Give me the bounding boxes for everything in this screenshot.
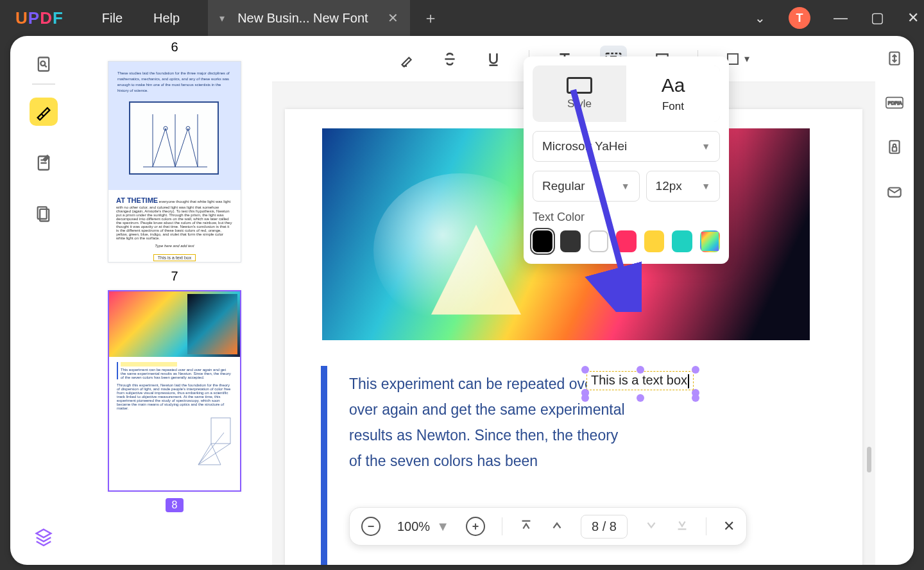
popup-tab-font[interactable]: Aa Font xyxy=(626,65,720,122)
pages-tool-icon[interactable] xyxy=(30,200,58,229)
highlighter-tool-icon[interactable] xyxy=(30,98,58,126)
svg-rect-0 xyxy=(38,58,49,71)
maximize-button[interactable]: ▢ xyxy=(871,10,884,26)
chevron-down-icon: ▾ xyxy=(744,53,749,65)
popup-tab-style[interactable]: Style xyxy=(533,65,626,122)
text-properties-popup: Style Aa Font Microsoft YaHei▼ Regular▼ xyxy=(524,56,729,264)
chevron-down-icon: ▼ xyxy=(701,181,710,191)
highlight-tool-icon[interactable] xyxy=(398,51,415,67)
thumb-page-number: 6 xyxy=(77,40,272,55)
user-avatar[interactable]: T xyxy=(789,7,810,29)
color-swatch-pink[interactable] xyxy=(616,230,636,252)
menu-file[interactable]: File xyxy=(102,11,123,26)
view-controls-bar: − 100% ▼ + 8 / 8 xyxy=(349,507,747,546)
page-indicator[interactable]: 8 / 8 xyxy=(581,515,628,539)
font-family-select[interactable]: Microsoft YaHei▼ xyxy=(533,131,720,162)
left-rail xyxy=(10,36,77,565)
color-swatch-teal[interactable] xyxy=(672,230,692,252)
svg-text:PDF/A: PDF/A xyxy=(888,100,902,106)
zoom-out-button[interactable]: − xyxy=(361,517,381,536)
font-aa-icon: Aa xyxy=(662,74,685,96)
document-area: ▾ This experiment can be repeated over a… xyxy=(272,36,875,565)
textbox-selected[interactable]: This is a text box xyxy=(586,371,694,390)
scrollbar-thumb[interactable] xyxy=(867,447,871,472)
new-tab-button[interactable]: ＋ xyxy=(423,8,438,28)
color-swatch-white[interactable] xyxy=(588,230,608,252)
right-rail: PDF/A xyxy=(875,36,914,565)
svg-rect-31 xyxy=(728,54,738,64)
svg-line-2 xyxy=(45,65,47,67)
titlebar-dropdown-icon[interactable]: ⌄ xyxy=(755,10,766,26)
color-swatch-yellow[interactable] xyxy=(644,230,664,252)
font-weight-select[interactable]: Regular▼ xyxy=(533,171,640,202)
color-swatch-rainbow[interactable] xyxy=(700,230,720,252)
last-page-button[interactable] xyxy=(675,518,689,535)
chevron-down-icon[interactable]: ▼ xyxy=(436,519,449,534)
lock-page-icon[interactable] xyxy=(886,139,903,158)
prev-page-button[interactable] xyxy=(550,518,564,535)
thumb-page-badge: 8 xyxy=(166,498,184,512)
svg-point-1 xyxy=(40,61,45,65)
underline-tool-icon[interactable] xyxy=(485,51,502,67)
tab-title: New Busin... New Font xyxy=(237,11,368,26)
close-bar-button[interactable]: ✕ xyxy=(723,518,735,535)
zoom-in-button[interactable]: + xyxy=(466,517,485,536)
thumbnails-panel: 6 These studies laid the foundation for … xyxy=(77,36,272,565)
thumb-page-number: 7 xyxy=(77,269,272,284)
color-swatch-dark[interactable] xyxy=(560,230,580,252)
thumbnail-page-7-selected[interactable]: This experiment can be repeated over and… xyxy=(108,290,241,492)
color-swatch-black[interactable] xyxy=(533,230,552,252)
svg-rect-20 xyxy=(211,418,230,444)
mail-icon[interactable] xyxy=(886,184,903,203)
chevron-down-icon: ▼ xyxy=(621,181,630,191)
first-page-button[interactable] xyxy=(519,518,533,535)
app-logo: UPDF xyxy=(15,8,64,28)
convert-icon[interactable] xyxy=(886,50,903,69)
thumbnail-page-6[interactable]: These studies laid the foundation for th… xyxy=(108,61,241,263)
strikethrough-tool-icon[interactable] xyxy=(441,51,458,67)
text-color-label: Text Color xyxy=(533,211,720,224)
zoom-value: 100% xyxy=(397,519,430,534)
close-button[interactable]: ✕ xyxy=(907,10,919,26)
svg-rect-12 xyxy=(893,147,897,151)
note-tool-icon[interactable] xyxy=(30,149,58,177)
pdfa-icon[interactable]: PDF/A xyxy=(886,95,903,113)
next-page-button[interactable] xyxy=(644,518,658,535)
chevron-down-icon: ▼ xyxy=(701,141,710,151)
menu-help[interactable]: Help xyxy=(153,11,180,26)
textbox-content[interactable]: This is a text box xyxy=(591,373,687,387)
tab-dropdown-icon[interactable]: ▾ xyxy=(219,12,225,24)
font-size-select[interactable]: 12px▼ xyxy=(646,171,720,202)
layers-button[interactable] xyxy=(30,522,58,551)
document-tab[interactable]: ▾ New Busin... New Font ✕ xyxy=(208,0,409,36)
tab-close-icon[interactable]: ✕ xyxy=(388,10,398,26)
style-rect-icon xyxy=(567,77,592,94)
minimize-button[interactable]: — xyxy=(834,10,848,26)
search-page-icon[interactable] xyxy=(30,50,58,78)
